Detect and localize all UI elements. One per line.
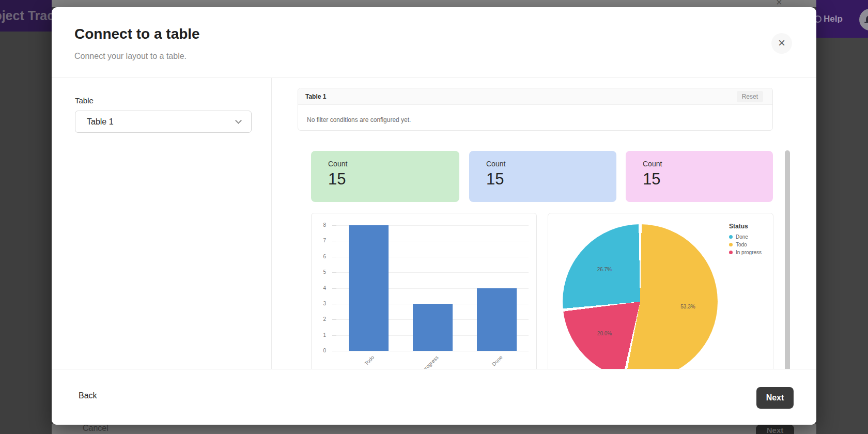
modal-footer: Back Next — [52, 369, 816, 425]
bar-y-tick-label: 5 — [312, 269, 326, 275]
filter-card: Table 1 Reset No filter conditions are c… — [298, 88, 773, 131]
count-label: Count — [643, 160, 662, 168]
modal-subtitle: Connect your layout to a table. — [74, 52, 187, 61]
avatar — [859, 9, 868, 30]
count-label: Count — [486, 160, 505, 168]
chevron-down-icon — [235, 117, 242, 124]
bar-y-tick-label: 2 — [312, 316, 326, 322]
count-card-pink: Count 15 — [626, 151, 773, 202]
app-header-right: Help — [816, 0, 868, 38]
behind-cancel-button: Cancel — [83, 424, 109, 433]
bar-axis-tick — [332, 335, 336, 336]
table-select[interactable]: Table 1 — [75, 111, 252, 133]
backdrop-left — [0, 0, 52, 434]
preview-scrollbar[interactable] — [785, 150, 790, 369]
bar-y-tick-label: 7 — [312, 238, 326, 243]
bar-in-progress — [413, 304, 453, 351]
bar-y-tick-label: 0 — [312, 348, 326, 353]
pie-legend: Status Done Todo In progress — [729, 223, 762, 257]
legend-dot — [729, 235, 733, 239]
legend-item-todo: Todo — [729, 242, 762, 247]
table-select-value: Table 1 — [87, 117, 114, 126]
bar-todo — [349, 225, 389, 351]
legend-title: Status — [729, 223, 762, 230]
bar-y-tick-label: 1 — [312, 332, 326, 338]
legend-label: In progress — [736, 250, 762, 255]
connect-table-modal: Connect to a table Connect your layout t… — [52, 7, 816, 425]
behind-next-button: Next — [756, 425, 794, 434]
count-value: 15 — [486, 170, 504, 189]
count-card-blue: Count 15 — [469, 151, 616, 202]
bar-y-tick-label: 3 — [312, 301, 326, 306]
settings-pane: Table Table 1 — [52, 78, 271, 369]
filter-card-header: Table 1 Reset — [298, 88, 772, 105]
help-label: Help — [824, 14, 843, 24]
bar-done — [477, 288, 517, 351]
bar-axis-tick — [332, 257, 336, 257]
bell-icon — [866, 16, 868, 22]
modal-body: Table Table 1 Table 1 Reset No filter co… — [52, 78, 816, 369]
filter-card-title: Table 1 — [305, 93, 326, 100]
bar-axis-tick — [332, 272, 336, 273]
bar-chart: 012345678TodoIn progressDone — [312, 213, 536, 369]
bar-axis-tick — [332, 304, 336, 304]
bar-axis-tick — [332, 241, 336, 241]
bar-y-tick-label: 6 — [312, 254, 326, 259]
back-button[interactable]: Back — [79, 391, 97, 400]
close-icon[interactable]: × — [771, 33, 792, 54]
bar-chart-card: 012345678TodoIn progressDone — [311, 213, 537, 369]
app-logo: Project Tracker — [0, 8, 52, 23]
modal-title: Connect to a table — [74, 26, 200, 42]
next-button[interactable]: Next — [756, 387, 794, 409]
legend-label: Todo — [736, 242, 747, 247]
backdrop-right — [816, 0, 868, 434]
legend-label: Done — [736, 234, 748, 240]
app-header-left: Project Tracker — [0, 0, 52, 32]
bar-y-tick-label: 8 — [312, 222, 326, 228]
filter-empty-text: No filter conditions are configured yet. — [307, 116, 411, 123]
table-field-label: Table — [75, 96, 94, 105]
reset-button[interactable]: Reset — [737, 91, 763, 102]
pie-chart — [563, 224, 718, 369]
count-value: 15 — [328, 170, 346, 189]
count-label: Count — [328, 160, 347, 168]
bar-axis-tick — [332, 288, 336, 289]
behind-dialog-top-edge: × — [52, 0, 816, 7]
legend-dot — [729, 251, 733, 254]
legend-item-inprogress: In progress — [729, 250, 762, 255]
bar-gridline — [336, 351, 529, 351]
legend-item-done: Done — [729, 234, 762, 240]
pie-chart-card: 53.3%20.0%26.7% Status Done Todo In prog… — [548, 213, 773, 369]
bar-axis-tick — [332, 319, 336, 320]
count-value: 15 — [643, 170, 660, 189]
count-card-green: Count 15 — [311, 151, 459, 202]
bar-y-tick-label: 4 — [312, 285, 326, 291]
bar-axis-tick — [332, 225, 336, 226]
bar-axis-tick — [332, 351, 336, 351]
legend-dot — [729, 243, 733, 246]
bar-x-label: Todo — [364, 354, 376, 366]
behind-dialog-footer: Cancel Next — [52, 424, 816, 434]
bar-x-label: In progress — [417, 354, 440, 369]
bar-x-label: Done — [491, 354, 504, 367]
